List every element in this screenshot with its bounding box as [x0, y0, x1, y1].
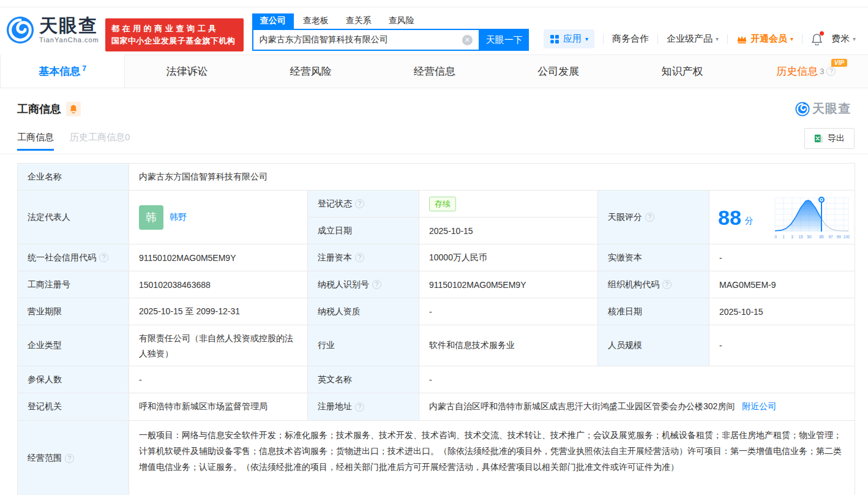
- subtab-history-registration[interactable]: 历史工商信息0: [70, 132, 130, 151]
- company-type-label: 企业类型: [28, 340, 62, 351]
- reg-authority-label: 登记机关: [28, 401, 62, 412]
- subtab-business-registration[interactable]: 工商信息: [17, 132, 54, 151]
- help-icon[interactable]: ?: [355, 253, 364, 262]
- svg-text:15: 15: [798, 235, 803, 239]
- search-button[interactable]: 天眼一下: [480, 29, 529, 51]
- tab-basic-info[interactable]: 基本信息 7: [0, 55, 125, 88]
- tab-company-development[interactable]: 公司发展: [496, 55, 620, 88]
- help-icon[interactable]: ?: [662, 280, 672, 289]
- approval-date-value: 2025-10-15: [709, 298, 855, 325]
- help-icon[interactable]: ?: [65, 454, 74, 463]
- help-icon[interactable]: ?: [372, 280, 381, 289]
- notification-red-dot: [820, 31, 824, 36]
- tab-business-info[interactable]: 经营信息: [373, 55, 496, 88]
- tab-basic-info-label: 基本信息: [39, 64, 80, 78]
- insured-count-text: -: [139, 375, 142, 385]
- tab-intellectual-property-label: 知识产权: [662, 64, 703, 78]
- tab-basic-info-count: 7: [82, 64, 86, 73]
- user-account-menu[interactable]: 费米 ▾: [831, 33, 856, 45]
- vip-badge: VIP: [831, 59, 847, 67]
- search-tab-relation[interactable]: 查关系: [338, 13, 380, 29]
- tianyancha-logo[interactable]: 天眼查 TianYanCha.com: [6, 16, 99, 44]
- brand-name: 天眼查: [39, 17, 99, 35]
- open-vip-button[interactable]: 开通会员 ▾: [736, 33, 793, 45]
- export-label: 导出: [828, 133, 845, 144]
- page-top-divider: [0, 0, 868, 7]
- svg-text:1: 1: [782, 235, 785, 239]
- reg-authority-text: 呼和浩特市新城区市场监督管理局: [139, 401, 268, 412]
- help-icon[interactable]: ?: [645, 213, 654, 222]
- tab-history-info[interactable]: VIP 历史信息 3 ?: [744, 55, 868, 88]
- help-icon[interactable]: ?: [99, 253, 108, 262]
- score-distribution-chart: 0 1 3 15 50 85 97 99 100: [774, 195, 850, 240]
- legal-rep-avatar[interactable]: 韩: [139, 205, 163, 230]
- taxpayer-quality-label: 纳税人资质: [318, 306, 361, 317]
- credit-code-text: 91150102MAG0M5EM9Y: [139, 253, 236, 263]
- tab-operating-risk[interactable]: 经营风险: [249, 55, 373, 88]
- table-row: 统一社会信用代码 ? 91150102MAG0M5EM9Y 注册资本 ? 100…: [18, 244, 855, 271]
- enterprise-products-menu[interactable]: 企业级产品 ▾: [667, 33, 719, 45]
- reg-status-label-cell: 登记状态 ?: [308, 191, 419, 217]
- insured-count-value: -: [129, 366, 308, 393]
- table-row: 参保人数 - 英文名称 -: [18, 366, 855, 393]
- industry-label-cell: 行业: [308, 325, 419, 366]
- company-name-text: 内蒙古东方国信智算科技有限公司: [139, 172, 268, 183]
- taxpayer-quality-label-cell: 纳税人资质: [308, 298, 419, 325]
- company-name-label-cell: 企业名称: [18, 164, 129, 191]
- company-type-label-cell: 企业类型: [18, 325, 129, 366]
- help-icon[interactable]: ?: [355, 402, 364, 412]
- nearby-companies-link[interactable]: 附近公司: [742, 401, 776, 412]
- business-scope-value: 一般项目：网络与信息安全软件开发；标准化服务；技术服务、技术开发、技术咨询、技术…: [129, 421, 855, 495]
- industry-value: 软件和信息技术服务业: [419, 325, 598, 366]
- taxpayer-id-label: 纳税人识别号: [318, 279, 369, 290]
- help-icon[interactable]: ?: [355, 199, 364, 208]
- legal-rep-name-link[interactable]: 韩野: [170, 212, 187, 223]
- business-cooperation-link[interactable]: 商务合作: [612, 33, 649, 45]
- tab-company-development-label: 公司发展: [537, 64, 579, 78]
- export-button[interactable]: 导出: [804, 128, 855, 149]
- legal-rep-label-cell: 法定代表人: [18, 191, 129, 244]
- monitor-bell-icon: [69, 104, 78, 113]
- legal-rep-value-cell: 韩 韩野: [129, 191, 308, 244]
- tab-business-info-label: 经营信息: [414, 64, 455, 78]
- insured-count-label: 参保人数: [28, 374, 62, 385]
- notifications-button[interactable]: [811, 33, 823, 45]
- clear-search-icon[interactable]: ✕: [462, 35, 473, 45]
- chevron-down-icon: ▾: [853, 36, 856, 42]
- watermark-text: 天眼查: [812, 100, 851, 117]
- search-tab-company[interactable]: 查公司: [252, 13, 294, 29]
- reg-address-label-cell: 注册地址 ?: [308, 393, 419, 421]
- apps-menu-button[interactable]: 应用 ▾: [544, 29, 594, 48]
- reg-status-label: 登记状态: [318, 198, 352, 210]
- open-vip-label: 开通会员: [750, 33, 787, 45]
- paid-capital-label-cell: 实缴资本: [598, 244, 709, 271]
- section-subtabs: 工商信息 历史工商信息0 导出: [0, 117, 868, 154]
- search-tab-risk[interactable]: 查风险: [381, 13, 422, 29]
- monitor-bell-button[interactable]: [66, 102, 81, 116]
- section-title: 工商信息: [17, 102, 61, 116]
- taxpayer-id-value: 91150102MAG0M5EM9Y: [419, 271, 598, 298]
- score-value-cell: 88 分: [709, 191, 855, 244]
- watermark-logo: 天眼查: [795, 100, 851, 117]
- approval-date-label-cell: 核准日期: [598, 298, 709, 325]
- reg-capital-text: 10000万人民币: [429, 252, 487, 263]
- tab-intellectual-property[interactable]: 知识产权: [620, 55, 744, 88]
- help-icon[interactable]: ?: [826, 67, 836, 76]
- vip-crown-icon: [736, 34, 747, 44]
- approval-date-text: 2025-10-15: [719, 307, 763, 317]
- tab-legal-proceedings[interactable]: 法律诉讼: [125, 55, 249, 88]
- staff-size-label-cell: 人员规模: [598, 325, 709, 366]
- business-scope-label: 经营范围: [28, 453, 62, 464]
- tab-operating-risk-label: 经营风险: [290, 64, 332, 78]
- paid-capital-text: -: [719, 253, 722, 263]
- header-menu: 应用 ▾ 商务合作 企业级产品 ▾ 开通会员 ▾ 费米: [544, 29, 856, 48]
- credit-code-value: 91150102MAG0M5EM9Y: [129, 244, 308, 271]
- company-name-label: 企业名称: [28, 172, 62, 183]
- business-term-text: 2025-10-15 至 2099-12-31: [139, 306, 240, 317]
- top-header: 天眼查 TianYanCha.com 都 在 用 的 商 业 查 询 工 具 国…: [0, 7, 868, 55]
- brand-domain: TianYanCha.com: [39, 36, 99, 43]
- tab-legal-proceedings-label: 法律诉讼: [166, 64, 208, 78]
- reg-number-value: 150102038463688: [129, 271, 308, 298]
- search-tab-boss[interactable]: 查老板: [295, 13, 337, 29]
- search-input[interactable]: [253, 31, 462, 49]
